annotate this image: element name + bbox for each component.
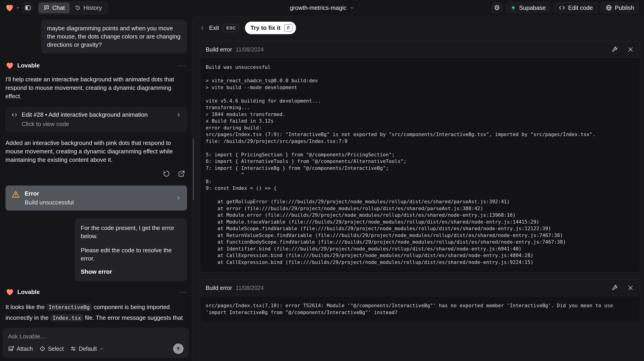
code-brackets-icon xyxy=(558,5,565,11)
error-mode-header: Exit ESC Try to fix it F xyxy=(200,16,640,38)
spacer xyxy=(81,240,181,246)
tab-chat-label: Chat xyxy=(52,4,65,11)
try-to-fix-label: Try to fix it xyxy=(250,24,280,31)
toolbar-right-group: ⚙ Supabase Edit code xyxy=(492,2,639,13)
message-menu-button[interactable]: ··· xyxy=(179,288,187,296)
build-error-header: Build error 11/08/2024 xyxy=(200,280,640,296)
project-switcher[interactable]: growth-metrics-magic xyxy=(290,4,354,11)
gear-icon: ⚙ xyxy=(494,4,500,11)
build-error-header: Build error 11/08/2024 xyxy=(200,41,640,58)
chevron-down-icon xyxy=(99,347,104,351)
fix-error-button[interactable] xyxy=(610,284,619,292)
supabase-label: Supabase xyxy=(519,4,546,11)
user-message: For the code present, I get the error be… xyxy=(75,218,187,281)
assistant-name: Lovable xyxy=(17,289,40,296)
chevron-right-icon xyxy=(176,112,181,118)
build-error-tools xyxy=(610,284,635,292)
edit-card-28[interactable]: Edit #28 • Add interactive background an… xyxy=(6,107,187,131)
build-error-log: src/pages/Index.tsx(7,10): error TS2614:… xyxy=(200,296,640,323)
inline-code: InteractiveBg xyxy=(46,304,92,311)
build-error-date: 11/08/2024 xyxy=(236,46,264,53)
wrench-icon xyxy=(611,46,618,53)
assistant-paragraph: It looks like the InteractiveBg componen… xyxy=(6,302,187,325)
build-error-log: Build was unsuccessful > vite_react_shad… xyxy=(200,58,640,272)
composer-toolbar: Attach Select xyxy=(8,344,184,354)
lovable-app: Chat History growth-metrics-magic ⚙ xyxy=(0,0,644,361)
chat-scrollbar[interactable] xyxy=(193,139,194,200)
exit-button[interactable]: Exit ESC xyxy=(200,24,239,32)
chevron-left-icon xyxy=(200,25,205,30)
arrow-up-icon xyxy=(175,346,181,352)
close-error-button[interactable] xyxy=(626,45,635,53)
warning-icon-wrap xyxy=(12,190,20,199)
assistant-paragraph: I'll help create an interactive backgrou… xyxy=(6,75,187,100)
chat-panel: maybe diagramming points and when you mo… xyxy=(0,15,192,361)
build-error-panel-2: Build error 11/08/2024 xyxy=(200,279,640,323)
chevron-down-icon xyxy=(350,5,354,10)
build-error-panel-1: Build error 11/08/2024 xyxy=(200,41,640,273)
attach-label: Attach xyxy=(17,346,33,352)
error-card-subtitle: Build unsuccessful xyxy=(25,199,74,206)
fix-error-button[interactable] xyxy=(610,45,619,53)
edit-code-label: Edit code xyxy=(568,4,593,11)
supabase-bolt-icon xyxy=(510,4,516,11)
esc-key-badge: ESC xyxy=(223,24,239,32)
build-error-title: Build error xyxy=(206,285,232,291)
close-icon xyxy=(627,285,634,291)
inline-code: Index.tsx xyxy=(50,314,84,322)
lovable-heart-icon xyxy=(5,3,14,12)
model-selector[interactable]: Default xyxy=(70,346,104,352)
select-element-button[interactable]: Select xyxy=(39,346,64,352)
publish-label: Publish xyxy=(615,4,634,11)
send-button[interactable] xyxy=(173,344,184,354)
project-name: growth-metrics-magic xyxy=(290,4,347,11)
build-error-date: 11/08/2024 xyxy=(236,285,264,291)
message-menu-button[interactable]: ··· xyxy=(179,61,187,69)
assistant-header: Lovable ··· xyxy=(6,288,187,296)
lovable-heart-icon xyxy=(6,61,14,70)
supabase-button[interactable]: Supabase xyxy=(506,2,550,13)
assistant-paragraph: Added an interactive background with pin… xyxy=(6,139,187,164)
chat-history-tabs: Chat History xyxy=(38,1,108,14)
history-clock-icon xyxy=(75,5,81,11)
close-icon xyxy=(627,46,634,53)
open-preview-button[interactable] xyxy=(177,169,186,178)
attach-button[interactable]: Attach xyxy=(8,346,33,352)
assistant-text: Added an interactive background with pin… xyxy=(6,139,173,163)
main-area: maybe diagramming points and when you mo… xyxy=(0,15,644,361)
globe-icon xyxy=(606,4,612,11)
restore-version-button[interactable] xyxy=(162,169,171,178)
build-error-card[interactable]: Error Build unsuccessful xyxy=(6,186,187,211)
top-toolbar: Chat History growth-metrics-magic ⚙ xyxy=(0,0,644,15)
edit-card-subtitle: Click to view code xyxy=(22,121,181,128)
assistant-text: It looks like the xyxy=(6,304,46,310)
user-message: maybe diagramming points and when you mo… xyxy=(41,19,187,53)
assistant-header: Lovable ··· xyxy=(6,61,187,70)
edit-code-button[interactable]: Edit code xyxy=(554,2,598,13)
wrench-icon xyxy=(611,284,618,291)
toolbar-left-group: Chat History xyxy=(5,1,108,14)
sliders-icon xyxy=(70,346,76,352)
chevron-down-icon xyxy=(16,5,20,10)
f-key-badge: F xyxy=(284,24,293,32)
chat-bubble-icon xyxy=(44,5,50,11)
settings-button[interactable]: ⚙ xyxy=(492,2,502,13)
message-actions xyxy=(6,169,187,178)
show-error-link[interactable]: Show error xyxy=(81,268,112,276)
assistant-text: I'll help create an interactive backgrou… xyxy=(6,76,174,100)
try-to-fix-button[interactable]: Try to fix it F xyxy=(245,22,296,34)
user-message-line: Please edit the code to resolve the erro… xyxy=(81,246,181,263)
tab-history-label: History xyxy=(84,4,102,11)
publish-button[interactable]: Publish xyxy=(601,2,639,13)
exit-label: Exit xyxy=(209,24,219,31)
tab-chat[interactable]: Chat xyxy=(38,2,70,13)
lovable-logo-menu[interactable] xyxy=(5,3,20,12)
close-error-button[interactable] xyxy=(626,284,635,292)
lovable-heart-icon xyxy=(6,288,14,296)
error-card-title: Error xyxy=(25,190,74,197)
sidebar-toggle-button[interactable] xyxy=(22,2,33,13)
chat-message-list: maybe diagramming points and when you mo… xyxy=(0,18,192,325)
code-brackets-icon xyxy=(11,112,18,117)
tab-history[interactable]: History xyxy=(70,2,107,13)
chat-input[interactable] xyxy=(8,333,184,344)
